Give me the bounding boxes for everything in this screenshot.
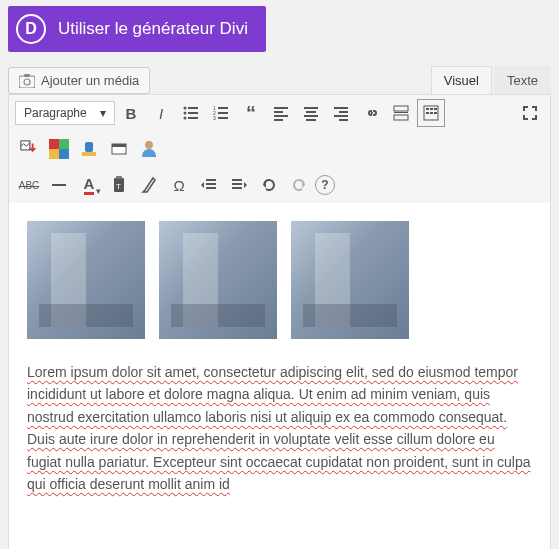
special-character-button[interactable]: Ω <box>165 171 193 199</box>
svg-rect-8 <box>188 117 198 119</box>
editor-mode-tabs: Visuel Texte <box>431 66 551 94</box>
svg-rect-50 <box>232 183 242 185</box>
help-button[interactable]: ? <box>315 175 335 195</box>
add-media-label: Ajouter un média <box>41 73 139 88</box>
toolbar-toggle-button[interactable] <box>417 99 445 127</box>
media-tab-row: Ajouter un média Visuel Texte <box>8 66 551 94</box>
svg-rect-27 <box>394 106 408 111</box>
redo-button[interactable] <box>285 171 313 199</box>
chevron-down-icon: ▾ <box>96 186 101 196</box>
svg-rect-15 <box>274 107 288 109</box>
svg-rect-28 <box>394 112 408 113</box>
align-right-button[interactable] <box>327 99 355 127</box>
svg-rect-31 <box>426 108 429 110</box>
svg-rect-19 <box>304 107 318 109</box>
svg-rect-41 <box>112 144 126 147</box>
link-button[interactable] <box>357 99 385 127</box>
person-button[interactable] <box>135 135 163 163</box>
strikethrough-button[interactable]: ABC <box>15 171 43 199</box>
color-palette-button[interactable] <box>45 135 73 163</box>
clear-formatting-button[interactable] <box>135 171 163 199</box>
svg-rect-29 <box>394 115 408 120</box>
svg-point-7 <box>184 117 187 120</box>
svg-rect-33 <box>434 108 437 110</box>
insert-more-button[interactable] <box>387 99 415 127</box>
svg-point-1 <box>24 79 30 85</box>
svg-rect-48 <box>206 187 216 189</box>
toolbar-row-3: ABC A▾ T Ω ? <box>9 167 550 203</box>
content-image-3[interactable] <box>291 221 409 339</box>
svg-rect-2 <box>24 74 30 77</box>
svg-rect-34 <box>426 112 429 114</box>
svg-rect-0 <box>19 76 35 88</box>
horizontal-line-button[interactable] <box>45 171 73 199</box>
content-image-1[interactable] <box>27 221 145 339</box>
svg-text:T: T <box>116 182 121 191</box>
highlight-button[interactable] <box>75 135 103 163</box>
svg-rect-21 <box>304 115 318 117</box>
align-center-button[interactable] <box>297 99 325 127</box>
camera-icon <box>19 74 35 88</box>
divi-logo-icon: D <box>16 14 46 44</box>
svg-rect-10 <box>218 107 228 109</box>
add-media-button[interactable]: Ajouter un média <box>8 67 150 94</box>
tab-visual[interactable]: Visuel <box>431 66 492 94</box>
svg-rect-4 <box>188 107 198 109</box>
content-image-2[interactable] <box>159 221 277 339</box>
format-selected-label: Paragraphe <box>24 106 87 120</box>
italic-button[interactable]: I <box>147 99 175 127</box>
svg-rect-42 <box>52 184 66 186</box>
svg-rect-32 <box>430 108 433 110</box>
bold-button[interactable]: B <box>117 99 145 127</box>
svg-rect-12 <box>218 112 228 114</box>
image-gallery-row <box>27 221 532 339</box>
indent-button[interactable] <box>225 171 253 199</box>
svg-rect-25 <box>334 115 348 117</box>
editor-container: Paragraphe ▾ B I 123 “ ABC A▾ T <box>8 94 551 549</box>
svg-rect-24 <box>339 111 348 113</box>
card-button[interactable] <box>105 135 133 163</box>
svg-rect-47 <box>206 183 216 185</box>
svg-rect-46 <box>206 179 216 181</box>
divi-button-label: Utiliser le générateur Divi <box>58 19 248 39</box>
advanced-image-button[interactable] <box>15 135 43 163</box>
svg-rect-49 <box>232 179 242 181</box>
svg-rect-51 <box>232 187 242 189</box>
svg-rect-20 <box>306 111 316 113</box>
svg-rect-26 <box>339 119 348 121</box>
fullscreen-button[interactable] <box>516 99 544 127</box>
svg-rect-17 <box>274 115 288 117</box>
text-color-button[interactable]: A▾ <box>75 171 103 199</box>
outdent-button[interactable] <box>195 171 223 199</box>
editor-content-area[interactable]: Lorem ipsum dolor sit amet, consectetur … <box>9 203 550 549</box>
chevron-down-icon: ▾ <box>100 106 106 120</box>
toolbar-row-1: Paragraphe ▾ B I 123 “ <box>9 95 550 131</box>
bullet-list-button[interactable] <box>177 99 205 127</box>
tab-text[interactable]: Texte <box>494 66 551 94</box>
svg-rect-23 <box>334 107 348 109</box>
svg-rect-38 <box>82 152 96 156</box>
svg-rect-18 <box>274 119 283 121</box>
content-paragraph[interactable]: Lorem ipsum dolor sit amet, consectetur … <box>27 361 532 495</box>
paste-text-button[interactable]: T <box>105 171 133 199</box>
svg-rect-6 <box>188 112 198 114</box>
undo-button[interactable] <box>255 171 283 199</box>
svg-rect-39 <box>85 142 93 152</box>
toolbar-row-2 <box>9 131 550 167</box>
svg-rect-44 <box>116 176 122 179</box>
svg-rect-35 <box>430 112 433 114</box>
svg-rect-36 <box>434 112 437 114</box>
blockquote-button[interactable]: “ <box>237 99 265 127</box>
svg-text:3: 3 <box>213 115 216 121</box>
svg-point-3 <box>184 107 187 110</box>
numbered-list-button[interactable]: 123 <box>207 99 235 127</box>
use-divi-builder-button[interactable]: D Utiliser le générateur Divi <box>8 6 266 52</box>
svg-point-5 <box>184 112 187 115</box>
svg-rect-14 <box>218 117 228 119</box>
svg-rect-22 <box>306 119 316 121</box>
svg-rect-16 <box>274 111 283 113</box>
align-left-button[interactable] <box>267 99 295 127</box>
format-dropdown[interactable]: Paragraphe ▾ <box>15 101 115 125</box>
